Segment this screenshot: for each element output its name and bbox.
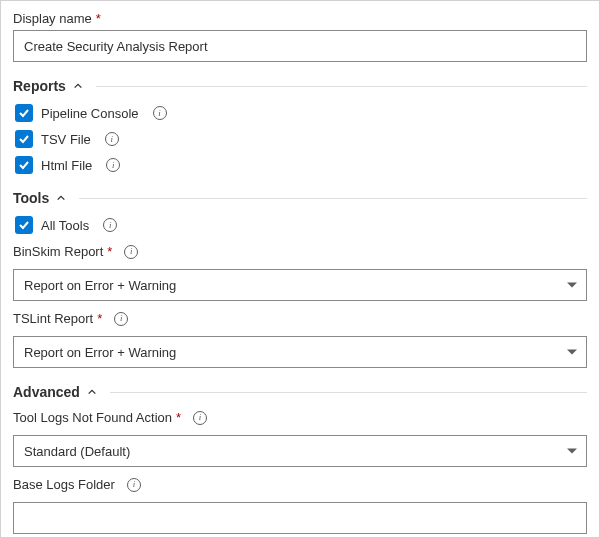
base-logs-label: Base Logs Folder i [13,477,587,492]
tools-title: Tools [13,190,49,206]
info-icon[interactable]: i [105,132,119,146]
reports-section-header[interactable]: Reports [13,78,587,94]
tslint-label: TSLint Report * i [13,311,587,326]
checkbox-input[interactable] [15,216,33,234]
section-divider [110,392,587,393]
checkbox-label: All Tools [41,218,89,233]
tool-logs-select[interactable]: Standard (Default) [13,435,587,467]
tool-logs-label: Tool Logs Not Found Action * i [13,410,587,425]
display-name-label: Display name * [13,11,587,26]
tslint-select[interactable]: Report on Error + Warning [13,336,587,368]
info-icon[interactable]: i [124,245,138,259]
checkbox-input[interactable] [15,104,33,122]
checkbox-pipeline-console: Pipeline Console i [15,104,587,122]
info-icon[interactable]: i [106,158,120,172]
required-asterisk: * [97,311,102,326]
display-name-input[interactable] [13,30,587,62]
advanced-section-header[interactable]: Advanced [13,384,587,400]
binskim-label: BinSkim Report * i [13,244,587,259]
required-asterisk: * [107,244,112,259]
checkbox-html-file: Html File i [15,156,587,174]
tool-logs-label-text: Tool Logs Not Found Action [13,410,172,425]
tool-logs-select-wrap: Standard (Default) [13,435,587,467]
checkbox-tsv-file: TSV File i [15,130,587,148]
display-name-label-text: Display name [13,11,92,26]
binskim-label-text: BinSkim Report [13,244,103,259]
checkbox-input[interactable] [15,156,33,174]
required-asterisk: * [96,11,101,26]
tslint-select-wrap: Report on Error + Warning [13,336,587,368]
info-icon[interactable]: i [114,312,128,326]
base-logs-label-text: Base Logs Folder [13,477,115,492]
checkbox-input[interactable] [15,130,33,148]
section-divider [79,198,587,199]
info-icon[interactable]: i [127,478,141,492]
tslint-label-text: TSLint Report [13,311,93,326]
binskim-field: BinSkim Report * i Report on Error + War… [13,244,587,301]
info-icon[interactable]: i [153,106,167,120]
tool-logs-field: Tool Logs Not Found Action * i Standard … [13,410,587,467]
tools-section-header[interactable]: Tools [13,190,587,206]
advanced-title: Advanced [13,384,80,400]
reports-title: Reports [13,78,66,94]
info-icon[interactable]: i [103,218,117,232]
base-logs-field: Base Logs Folder i [13,477,587,534]
checkbox-label: Pipeline Console [41,106,139,121]
chevron-up-icon [86,386,98,398]
reports-options: Pipeline Console i TSV File i Html File … [13,104,587,174]
required-asterisk: * [176,410,181,425]
chevron-up-icon [72,80,84,92]
section-divider [96,86,587,87]
chevron-up-icon [55,192,67,204]
info-icon[interactable]: i [193,411,207,425]
checkbox-label: Html File [41,158,92,173]
tslint-field: TSLint Report * i Report on Error + Warn… [13,311,587,368]
base-logs-input[interactable] [13,502,587,534]
binskim-select[interactable]: Report on Error + Warning [13,269,587,301]
display-name-field: Display name * [13,11,587,62]
checkbox-all-tools: All Tools i [15,216,587,234]
binskim-select-wrap: Report on Error + Warning [13,269,587,301]
checkbox-label: TSV File [41,132,91,147]
